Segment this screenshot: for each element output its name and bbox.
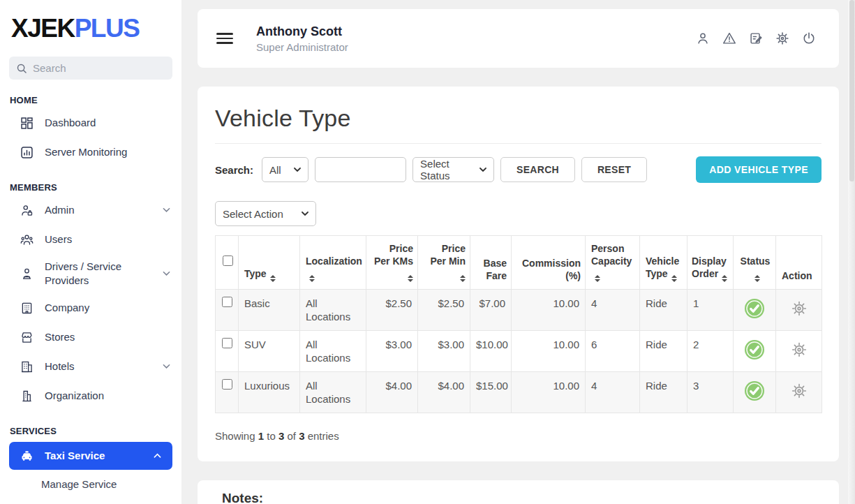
sidebar-item-label: Stores xyxy=(45,330,75,344)
sort-icon[interactable] xyxy=(671,275,677,282)
sidebar-item-label: Hotels xyxy=(45,360,75,373)
status-active-icon[interactable] xyxy=(744,298,765,319)
cell-vehicle-type: Ride xyxy=(640,331,687,372)
cell-price-per-kms: $3.00 xyxy=(366,331,418,372)
sidebar-item-admin[interactable]: Admin xyxy=(0,195,181,225)
sidebar-item-label: Taxi Service xyxy=(45,449,105,463)
section-members: MEMBERS xyxy=(10,182,172,193)
col-vehicle-type: Vehicle Type xyxy=(640,236,687,290)
select-value: All xyxy=(269,164,281,176)
status-active-icon[interactable] xyxy=(744,380,765,401)
status-active-icon[interactable] xyxy=(744,339,765,360)
power-icon[interactable] xyxy=(801,31,817,46)
cell-base-fare: $7.00 xyxy=(470,290,512,331)
table-row: Luxurious All Locations $4.00 $4.00 $15.… xyxy=(216,372,822,413)
select-value: Select Status xyxy=(420,158,473,181)
sort-icon[interactable] xyxy=(722,275,727,282)
sidebar: XJEKPLUS HOME Dashboard Server Monitorin… xyxy=(0,0,181,504)
form-icon[interactable] xyxy=(748,31,764,46)
sidebar-item-stores[interactable]: Stores xyxy=(0,323,181,352)
sidebar-item-dashboard[interactable]: Dashboard xyxy=(0,108,181,138)
logo-part-dark: XJEK xyxy=(11,14,75,43)
alert-icon[interactable] xyxy=(722,31,737,46)
chevron-down-icon xyxy=(302,212,308,216)
reset-button[interactable]: RESET xyxy=(581,157,647,182)
row-checkbox[interactable] xyxy=(222,297,232,307)
status-select[interactable]: Select Status xyxy=(412,157,494,182)
sidebar-item-company[interactable]: Company xyxy=(0,293,181,323)
sidebar-search[interactable] xyxy=(9,57,172,80)
chevron-down-icon xyxy=(163,207,170,213)
profile-icon[interactable] xyxy=(695,31,711,46)
menu-toggle-icon[interactable] xyxy=(216,33,233,43)
sidebar-item-label: Admin xyxy=(45,203,75,217)
sidebar-item-organization[interactable]: Organization xyxy=(0,381,181,410)
sort-icon[interactable] xyxy=(270,275,276,282)
sort-icon[interactable] xyxy=(754,275,760,282)
col-person-capacity: Person Capacity xyxy=(586,236,640,290)
select-all-cell xyxy=(216,236,239,290)
notes-title: Notes: xyxy=(222,491,815,504)
cell-person-capacity: 4 xyxy=(586,372,640,413)
cell-type: SUV xyxy=(239,331,300,372)
cell-commission: 10.00 xyxy=(512,331,586,372)
app-logo: XJEKPLUS xyxy=(0,0,181,43)
sidebar-search-input[interactable] xyxy=(33,62,165,74)
cell-action xyxy=(776,331,822,372)
cell-display-order: 3 xyxy=(687,372,734,413)
chevron-down-icon xyxy=(163,364,170,369)
page-scrollbar[interactable] xyxy=(848,0,855,504)
cell-action xyxy=(776,290,822,331)
cell-display-order: 2 xyxy=(687,331,734,372)
company-icon xyxy=(20,301,34,316)
cell-person-capacity: 4 xyxy=(586,290,640,331)
row-checkbox[interactable] xyxy=(222,379,232,390)
organization-icon xyxy=(20,389,34,403)
sidebar-item-label: Users xyxy=(45,232,72,246)
sort-icon[interactable] xyxy=(595,275,600,282)
search-label: Search: xyxy=(215,164,253,176)
cell-vehicle-type: Ride xyxy=(640,372,687,413)
search-keyword-input[interactable] xyxy=(315,157,406,182)
entries-summary: Showing 1 to 3 of 3 entries xyxy=(215,430,821,442)
cell-localization: All Locations xyxy=(300,290,366,331)
sidebar-item-label: Server Monitoring xyxy=(45,145,127,159)
cell-type: Luxurious xyxy=(239,372,300,413)
row-settings-icon[interactable] xyxy=(790,299,808,318)
sidebar-item-taxi-service[interactable]: Taxi Service xyxy=(9,442,172,470)
chevron-down-icon xyxy=(479,168,486,172)
row-settings-icon[interactable] xyxy=(790,382,808,400)
chevron-up-icon xyxy=(154,453,161,459)
section-services: SERVICES xyxy=(10,426,172,436)
select-all-checkbox[interactable] xyxy=(223,255,233,266)
sidebar-item-label: Company xyxy=(45,301,89,315)
add-vehicle-type-button[interactable]: ADD VEHICLE TYPE xyxy=(696,156,821,183)
sidebar-item-manage-service[interactable]: Manage Service xyxy=(0,470,181,498)
sort-icon[interactable] xyxy=(408,275,413,282)
bulk-action-select[interactable]: Select Action xyxy=(215,201,316,226)
sort-icon[interactable] xyxy=(460,275,466,282)
col-display-order: Display Order xyxy=(687,236,734,290)
search-icon xyxy=(16,63,27,74)
sidebar-item-server-monitoring[interactable]: Server Monitoring xyxy=(0,138,181,167)
row-checkbox[interactable] xyxy=(222,338,232,348)
col-price-per-min: Price Per Min xyxy=(418,236,470,290)
search-field-select[interactable]: All xyxy=(262,157,308,182)
sort-icon[interactable] xyxy=(309,275,315,282)
select-value: Select Action xyxy=(223,208,283,220)
cell-type: Basic xyxy=(239,290,300,331)
sidebar-item-users[interactable]: Users xyxy=(0,225,181,254)
sidebar-item-hotels[interactable]: Hotels xyxy=(0,352,181,381)
dashboard-icon xyxy=(20,116,34,131)
vehicle-type-panel: Vehicle Type Search: All Select Status S… xyxy=(198,87,839,461)
search-button[interactable]: SEARCH xyxy=(500,157,575,182)
cell-vehicle-type: Ride xyxy=(640,290,687,331)
sidebar-item-drivers[interactable]: Drivers / Service Providers xyxy=(0,254,181,293)
row-settings-icon[interactable] xyxy=(790,341,808,359)
settings-icon[interactable] xyxy=(775,31,790,46)
cell-status xyxy=(734,372,776,413)
col-price-per-kms: Price Per KMs xyxy=(366,236,418,290)
user-block: Anthony Scott Super Administrator xyxy=(256,24,348,53)
cell-price-per-kms: $4.00 xyxy=(366,372,418,413)
scrollbar-thumb[interactable] xyxy=(849,0,854,181)
